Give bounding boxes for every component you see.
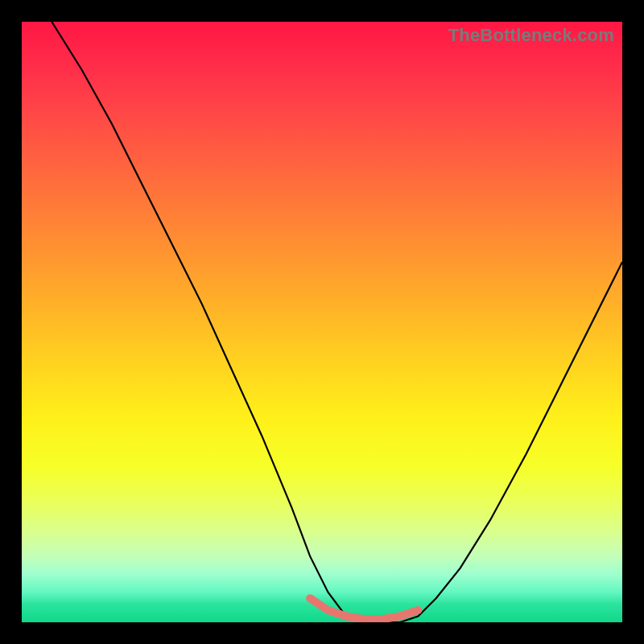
- curve-layer: [22, 22, 622, 622]
- optimal-zone-highlight: [310, 598, 418, 619]
- bottleneck-curve: [52, 22, 622, 622]
- plot-area: TheBottleneck.com: [22, 22, 622, 622]
- chart-container: TheBottleneck.com: [0, 0, 644, 644]
